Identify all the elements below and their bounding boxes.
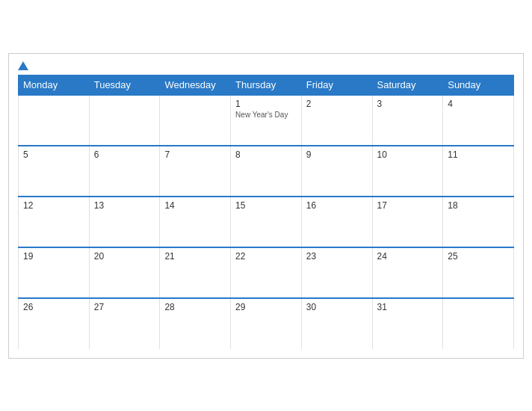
- day-number: 6: [94, 149, 155, 160]
- calendar-cell: 20: [89, 247, 160, 298]
- weekday-header-tuesday: Tuesday: [89, 75, 160, 95]
- day-number: 29: [235, 302, 297, 312]
- calendar-cell: 13: [89, 197, 160, 247]
- day-number: 4: [448, 99, 509, 109]
- calendar-cell: 1New Year's Day: [231, 95, 302, 146]
- weekday-header-wednesday: Wednesday: [160, 75, 231, 95]
- weekday-header-row: MondayTuesdayWednesdayThursdayFridaySatu…: [19, 75, 514, 95]
- day-number: 27: [94, 302, 155, 312]
- calendar-cell: 11: [443, 146, 514, 197]
- calendar-cell: 4: [443, 95, 514, 146]
- calendar-cell: 12: [19, 197, 90, 247]
- day-number: 19: [23, 251, 84, 262]
- calendar-tbody: 1New Year's Day2345678910111213141516171…: [19, 95, 514, 349]
- day-number: 24: [377, 251, 439, 262]
- day-number: 15: [235, 200, 297, 211]
- weekday-header-friday: Friday: [301, 75, 372, 95]
- day-number: 11: [448, 149, 509, 160]
- day-number: 18: [448, 200, 509, 211]
- calendar-cell: 15: [231, 197, 302, 247]
- calendar-cell: 19: [19, 247, 90, 298]
- day-number: 16: [306, 200, 368, 211]
- calendar-cell: 6: [89, 146, 160, 197]
- day-number: 12: [23, 200, 84, 211]
- calendar-cell: 21: [160, 247, 231, 298]
- day-number: 21: [164, 251, 226, 262]
- week-row-1: 567891011: [19, 146, 514, 197]
- day-number: 25: [448, 251, 509, 262]
- weekday-header-thursday: Thursday: [231, 75, 302, 95]
- calendar-thead: MondayTuesdayWednesdayThursdayFridaySatu…: [19, 75, 514, 95]
- day-number: 8: [235, 149, 297, 160]
- calendar-cell: 22: [231, 247, 302, 298]
- calendar-cell: 17: [372, 197, 443, 247]
- calendar-cell: 28: [160, 298, 231, 349]
- day-number: 10: [377, 149, 439, 160]
- calendar-cell: 26: [19, 298, 90, 349]
- calendar-cell: [89, 95, 160, 146]
- day-number: 14: [164, 200, 226, 211]
- day-number: 9: [306, 149, 368, 160]
- day-number: 30: [306, 302, 368, 312]
- calendar-cell: 29: [231, 298, 302, 349]
- day-number: 17: [377, 200, 439, 211]
- week-row-0: 1New Year's Day234: [19, 95, 514, 146]
- day-number: 13: [94, 200, 155, 211]
- calendar-cell: 27: [89, 298, 160, 349]
- day-number: 1: [235, 99, 297, 109]
- calendar-cell: 5: [19, 146, 90, 197]
- week-row-2: 12131415161718: [19, 197, 514, 247]
- week-row-4: 262728293031: [19, 298, 514, 349]
- weekday-header-monday: Monday: [19, 75, 90, 95]
- calendar-cell: [160, 95, 231, 146]
- day-event: New Year's Day: [235, 111, 297, 119]
- calendar-cell: 7: [160, 146, 231, 197]
- calendar-cell: [443, 298, 514, 349]
- calendar-cell: 16: [301, 197, 372, 247]
- calendar-cell: 30: [301, 298, 372, 349]
- calendar-cell: 3: [372, 95, 443, 146]
- calendar-cell: 2: [301, 95, 372, 146]
- calendar: MondayTuesdayWednesdayThursdayFridaySatu…: [8, 53, 524, 359]
- day-number: 23: [306, 251, 368, 262]
- day-number: 31: [377, 302, 439, 312]
- day-number: 28: [164, 302, 226, 312]
- logo-triangle-icon: [18, 61, 28, 70]
- calendar-cell: [19, 95, 90, 146]
- calendar-header: [18, 61, 514, 70]
- logo: [18, 61, 30, 70]
- calendar-cell: 9: [301, 146, 372, 197]
- calendar-cell: 10: [372, 146, 443, 197]
- week-row-3: 19202122232425: [19, 247, 514, 298]
- day-number: 7: [164, 149, 226, 160]
- day-number: 2: [306, 99, 368, 109]
- calendar-cell: 25: [443, 247, 514, 298]
- day-number: 3: [377, 99, 439, 109]
- day-number: 20: [94, 251, 155, 262]
- calendar-cell: 31: [372, 298, 443, 349]
- weekday-header-sunday: Sunday: [443, 75, 514, 95]
- calendar-cell: 14: [160, 197, 231, 247]
- calendar-cell: 18: [443, 197, 514, 247]
- calendar-grid: MondayTuesdayWednesdayThursdayFridaySatu…: [18, 75, 514, 349]
- day-number: 26: [23, 302, 84, 312]
- day-number: 5: [23, 149, 84, 160]
- logo-blue-text: [18, 61, 30, 70]
- day-number: 22: [235, 251, 297, 262]
- calendar-cell: 24: [372, 247, 443, 298]
- calendar-cell: 23: [301, 247, 372, 298]
- weekday-header-saturday: Saturday: [372, 75, 443, 95]
- calendar-cell: 8: [231, 146, 302, 197]
